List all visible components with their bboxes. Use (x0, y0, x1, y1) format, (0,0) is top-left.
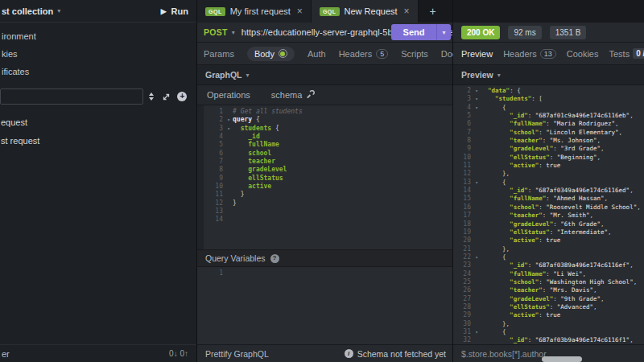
size-badge: 1351 B (550, 26, 587, 39)
token-key: "gradeLevel" (481, 295, 553, 302)
sidebar-item-environment[interactable]: ironment (0, 27, 196, 45)
chevron-down-icon[interactable]: ▾ (246, 72, 250, 79)
token-punc: : (539, 237, 546, 244)
response-top-strip (453, 0, 644, 23)
tab-new-request[interactable]: GQL New Request × (312, 0, 419, 23)
close-icon[interactable]: × (404, 6, 410, 17)
token-key: "teacher" (481, 137, 543, 144)
add-request-button[interactable]: + (175, 92, 190, 101)
gql-badge: GQL (205, 7, 225, 16)
tab-response-headers[interactable]: Headers 13 (503, 49, 556, 59)
code-line: 28 "ellStatus": "Advanced", (453, 303, 644, 311)
chevron-down-icon[interactable]: ▾ (232, 29, 235, 36)
fold-spacer (473, 145, 481, 153)
fold-arrow-icon[interactable]: ▾ (225, 116, 233, 124)
code-text: { (481, 179, 644, 187)
code-line: 22▾ { (453, 253, 644, 261)
token-field: teacher (233, 158, 275, 165)
token-comment: # Get all students (233, 108, 303, 115)
tab-auth[interactable]: Auth (308, 49, 326, 59)
fold-arrow-icon[interactable]: ▾ (225, 125, 233, 133)
request-list-item[interactable]: st request (0, 131, 196, 150)
fold-arrow-icon[interactable]: ▾ (473, 328, 481, 336)
tab-tests[interactable]: Tests 0 / 0 (609, 48, 644, 59)
code-line: 4▾ { (453, 104, 644, 112)
request-footer: Prettify GraphQL i Schema not fetched ye… (197, 344, 452, 362)
tab-body[interactable]: Body (247, 47, 295, 61)
prettify-button[interactable]: Prettify GraphQL (205, 349, 269, 359)
sidebar-item-cookies[interactable]: kies (0, 45, 196, 63)
chevron-down-icon[interactable]: ▾ (497, 72, 501, 79)
fold-arrow-icon[interactable]: ▾ (473, 87, 481, 95)
send-options-caret[interactable]: ▾ (436, 24, 451, 40)
request-label: st request (1, 136, 39, 146)
request-list-item[interactable]: equest (0, 113, 196, 131)
graphql-toolbar: Operations schema (197, 85, 452, 105)
code-text: "fullName": "Ahmed Hassan", (481, 195, 644, 203)
tab-label: New Request (345, 6, 398, 16)
line-number: 24 (453, 270, 473, 278)
app-window: st collection ▾ ▶ Run ironment kies ific… (0, 0, 644, 362)
method-label[interactable]: POST (204, 27, 228, 37)
line-number: 9 (453, 145, 473, 153)
send-button[interactable]: Send ▾ (391, 24, 451, 40)
fold-arrow-icon[interactable]: ▾ (473, 253, 481, 261)
horizontal-scrollbar[interactable] (542, 356, 582, 362)
jsonpath-filter-input[interactable]: $.store.books[*].author (461, 349, 547, 359)
operations-button[interactable]: Operations (207, 90, 250, 100)
line-number: 19 (453, 228, 473, 237)
expand-collapse-icon[interactable] (159, 93, 174, 101)
fold-arrow-icon[interactable]: ▾ (473, 95, 481, 103)
token-key: "school" (481, 204, 539, 211)
code-text: _id (233, 133, 452, 141)
filter-input[interactable] (0, 88, 143, 105)
tab-scripts[interactable]: Scripts (401, 49, 428, 59)
query-variables-editor[interactable]: 1 (197, 267, 452, 344)
gql-badge: GQL (320, 7, 340, 16)
fold-arrow-icon[interactable]: ▾ (473, 179, 481, 187)
tab-params[interactable]: Params (204, 49, 234, 59)
token-punc: { (481, 328, 506, 335)
token-punc: , (597, 137, 601, 144)
token-punc: : (553, 295, 560, 302)
token-str: "Lincoln Elementary" (546, 129, 618, 136)
sync-counts[interactable]: 0↓ 0↑ (169, 349, 188, 358)
run-button[interactable]: ▶ Run (161, 6, 188, 16)
line-number: 7 (453, 129, 473, 137)
fold-spacer (225, 191, 233, 199)
tab-headers[interactable]: Headers 5 (339, 49, 389, 59)
line-number: 28 (453, 303, 473, 311)
preview-mode-dropdown[interactable]: Preview (461, 70, 493, 80)
fold-spacer (473, 336, 481, 344)
tab-my-first-request[interactable]: GQL My first request × (197, 0, 312, 23)
graphql-query-editor[interactable]: 1# Get all students2▾query {3▾ students … (197, 105, 452, 249)
chevron-down-icon[interactable]: ▾ (57, 7, 60, 14)
tab-preview[interactable]: Preview (461, 49, 493, 59)
help-icon[interactable]: ? (270, 254, 279, 263)
token-key: "active" (481, 311, 539, 319)
code-line: 13▾ { (453, 179, 644, 187)
branch-label[interactable]: er (2, 349, 10, 359)
fold-spacer (473, 286, 481, 294)
close-icon[interactable]: × (297, 6, 303, 17)
token-key: "gradeLevel" (481, 145, 553, 152)
schema-button[interactable]: schema (271, 90, 316, 101)
fold-arrow-icon[interactable]: ▾ (473, 104, 481, 112)
sidebar-item-certificates[interactable]: ificates (0, 63, 196, 80)
sort-icon[interactable] (143, 93, 159, 101)
sidebar-filter-row: + (0, 84, 196, 109)
collection-title[interactable]: st collection (2, 6, 53, 16)
code-text: "active": true (481, 237, 644, 245)
new-tab-button[interactable]: + (419, 0, 448, 23)
code-text: "gradeLevel": "6th Grade", (481, 220, 644, 228)
tab-cookies[interactable]: Cookies (567, 49, 599, 59)
body-type-dropdown[interactable]: GraphQL (205, 70, 242, 80)
response-body-viewer[interactable]: 2▾ "data": {3▾ "students": [4▾ {5 "_id":… (453, 85, 644, 344)
token-punc: , (582, 270, 586, 278)
sidebar-item-label: ironment (2, 31, 36, 41)
editor-margin (197, 105, 204, 249)
code-line: 24 "fullName": "Li Wei", (453, 270, 644, 278)
code-line: 30 }, (453, 320, 644, 328)
body-set-indicator-icon (279, 49, 287, 58)
token-punc: } (233, 191, 244, 198)
